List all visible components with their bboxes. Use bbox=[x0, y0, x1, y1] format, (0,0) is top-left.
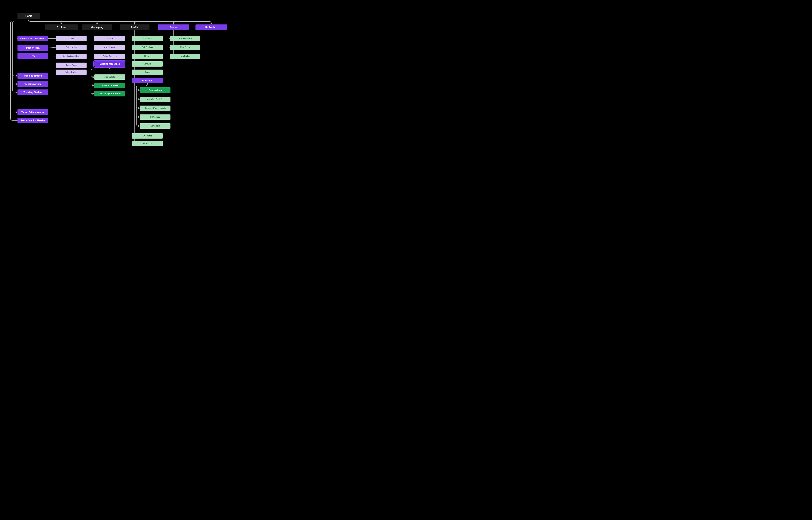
node-prof-photos[interactable]: My Photos bbox=[132, 133, 163, 138]
arrow-msg-existing-to-msg-appt bbox=[91, 67, 110, 94]
node-trend-artist[interactable]: Trending Artists bbox=[18, 81, 48, 87]
node-faq[interactable]: FAQ bbox=[18, 53, 48, 59]
node-prof-bookings[interactable]: Bookings bbox=[132, 78, 163, 83]
node-prof-saved[interactable]: Saved bbox=[132, 70, 163, 75]
arrow-post-idea-to-ex-online bbox=[48, 47, 56, 48]
node-bk-flash[interactable]: Available Flash Art bbox=[140, 97, 171, 102]
node-bk-postidea[interactable]: Post an Idea bbox=[140, 87, 171, 93]
arrow-create-to-cr-rating bbox=[170, 30, 174, 56]
node-msg-online[interactable]: Online Contacts bbox=[94, 54, 125, 59]
arrow-explore-to-ex-open bbox=[56, 30, 61, 56]
arrow-profile-to-prof-history bbox=[132, 30, 134, 56]
node-artists-near[interactable]: Tattoo Artists Nearby bbox=[18, 109, 48, 115]
node-prof-edit[interactable]: Edit Profile bbox=[132, 36, 163, 41]
arrow-prof-bookings-to-bk-sched bbox=[137, 83, 147, 108]
node-post-idea[interactable]: Post an Idea bbox=[18, 45, 48, 51]
node-ex-gallery[interactable]: Tattoo Gallery bbox=[56, 70, 87, 75]
arrow-home-to-notifications bbox=[29, 19, 211, 24]
node-cr-photo[interactable]: New Photo bbox=[170, 45, 200, 50]
node-msg-request[interactable]: Make a request bbox=[94, 83, 125, 88]
node-create[interactable]: Create… bbox=[158, 24, 189, 30]
node-ex-open[interactable]: Studios Open Now bbox=[56, 54, 87, 59]
node-look-posted[interactable]: Look at Posted Ideas/Flash bbox=[18, 36, 48, 41]
node-messaging[interactable]: Messaging bbox=[82, 24, 112, 30]
node-trend-tattoo[interactable]: Trending Tattoos bbox=[18, 73, 48, 79]
node-cr-idea[interactable]: New Tattoo Idea bbox=[170, 36, 200, 41]
node-ex-online[interactable]: Online Artists bbox=[56, 45, 87, 50]
node-msg-new[interactable]: New Message bbox=[94, 45, 125, 50]
node-msg-appt[interactable]: Add an appointment bbox=[94, 91, 125, 97]
node-bk-complete[interactable]: Completed bbox=[140, 123, 171, 129]
arrow-faq-to-ex-open bbox=[48, 56, 56, 56]
node-profile[interactable]: Profile bbox=[120, 24, 149, 30]
node-trend-studio[interactable]: Trending Studios bbox=[18, 89, 48, 95]
node-ex-search[interactable]: Search bbox=[56, 36, 87, 41]
node-prof-history[interactable]: History bbox=[132, 54, 163, 59]
node-ex-pages[interactable]: Studio Pages bbox=[56, 62, 87, 68]
node-msg-addphoto[interactable]: Add a photo bbox=[94, 74, 125, 80]
node-bk-sched[interactable]: Scheduled Appointments bbox=[140, 106, 171, 111]
node-msg-search[interactable]: Search bbox=[94, 36, 125, 41]
node-prof-contacts[interactable]: Contacts bbox=[132, 61, 163, 67]
arrow-messaging-to-msg-online bbox=[94, 30, 97, 56]
node-notifications[interactable]: Notifications bbox=[195, 24, 227, 30]
node-prof-ratings[interactable]: My Ratings bbox=[132, 141, 163, 146]
node-home[interactable]: Home bbox=[18, 13, 40, 19]
node-prof-settings[interactable]: Edit Settings bbox=[132, 45, 163, 50]
arrow-home-to-post-idea bbox=[18, 19, 29, 48]
node-explore[interactable]: Explore bbox=[45, 24, 78, 30]
node-cr-rating[interactable]: New Rating bbox=[170, 54, 200, 59]
arrow-home-to-artists-near bbox=[10, 19, 29, 112]
node-studios-near[interactable]: Tattoo Studios Nearby bbox=[18, 118, 48, 123]
node-bk-progress[interactable]: In Progress bbox=[140, 114, 171, 120]
arrow-home-to-studios-near bbox=[10, 19, 29, 121]
node-msg-existing[interactable]: Existing Messages bbox=[94, 61, 125, 67]
arrow-home-to-look-posted bbox=[18, 19, 29, 38]
